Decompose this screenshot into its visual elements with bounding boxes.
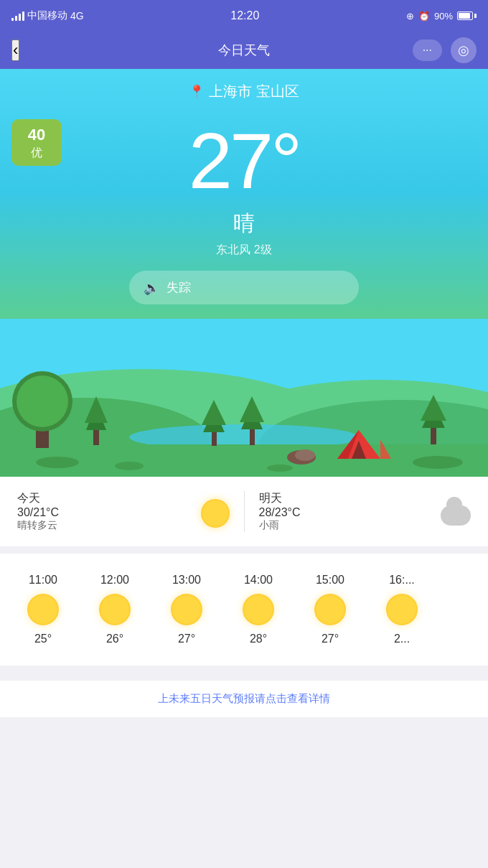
status-time: 12:20 — [230, 9, 259, 22]
nav-bar: ‹ 今日天气 ··· ◎ — [0, 32, 488, 69]
hourly-icon-6 — [386, 594, 418, 625]
location-bar: 📍 上海市 宝山区 — [0, 69, 488, 107]
hourly-icon-2 — [99, 594, 131, 625]
landscape-svg — [0, 319, 488, 477]
wind-description: 东北风 2级 — [0, 243, 488, 258]
status-left: 中国移动 4G — [11, 9, 84, 22]
svg-point-9 — [17, 375, 68, 427]
network-label: 4G — [70, 10, 84, 22]
tomorrow-forecast: 明天 28/23°C 小雨 — [259, 491, 471, 532]
hourly-temp-3: 27° — [178, 633, 195, 645]
hourly-time-5: 15:00 — [316, 574, 344, 587]
temperature-display: 27° — [0, 107, 488, 206]
speaker-icon: 🔈 — [144, 280, 159, 296]
svg-point-31 — [267, 465, 293, 472]
hourly-forecast[interactable]: 11:00 25° 12:00 26° 13:00 27° 14:00 28° … — [0, 554, 488, 666]
bottom-link-text[interactable]: 上未来五日天气预报请点击查看详情 — [158, 692, 330, 704]
hourly-temp-2: 26° — [106, 633, 123, 645]
list-item: 16:... 2... — [366, 568, 438, 651]
landscape-scene — [0, 319, 488, 477]
list-item: 11:00 25° — [7, 568, 79, 651]
today-condition: 晴转多云 — [17, 519, 59, 532]
today-label: 今天 — [17, 491, 59, 506]
today-weather-icon — [201, 499, 230, 528]
carrier-label: 中国移动 — [27, 9, 67, 22]
section-divider-1 — [0, 546, 488, 554]
section-divider-2 — [0, 666, 488, 673]
hourly-time-2: 12:00 — [100, 574, 129, 587]
location-text: 上海市 宝山区 — [209, 82, 299, 101]
list-item: 14:00 28° — [222, 568, 294, 651]
temperature-value: 27° — [0, 121, 488, 200]
list-item: 15:00 27° — [294, 568, 366, 651]
back-button[interactable]: ‹ — [11, 39, 19, 61]
hourly-temp-4: 28° — [250, 633, 267, 645]
hourly-icon-3 — [171, 594, 202, 625]
today-temp: 30/21°C — [17, 506, 59, 519]
lock-icon: ⊕ — [406, 11, 414, 22]
voice-banner[interactable]: 🔈 失踪 — [129, 271, 359, 304]
today-forecast: 今天 30/21°C 晴转多云 — [17, 491, 230, 532]
signal-icon — [11, 11, 24, 21]
battery-label: 90% — [434, 11, 453, 22]
list-item: 13:00 27° — [151, 568, 222, 651]
voice-text: 失踪 — [166, 279, 191, 296]
hourly-icon-5 — [314, 594, 346, 625]
hourly-time-3: 13:00 — [172, 574, 201, 587]
tomorrow-label: 明天 — [259, 491, 301, 506]
hourly-time-6: 16:... — [389, 574, 415, 587]
hourly-temp-5: 27° — [322, 633, 339, 645]
hourly-icon-1 — [27, 594, 59, 625]
svg-point-28 — [36, 457, 79, 468]
hourly-temp-6: 2... — [394, 633, 410, 645]
hourly-temp-1: 25° — [34, 633, 52, 645]
hourly-time-1: 11:00 — [29, 574, 57, 587]
status-right: ⊕ ⏰ 90% — [406, 11, 477, 22]
target-button[interactable]: ◎ — [451, 37, 477, 63]
tomorrow-weather-icon — [441, 505, 471, 526]
aqi-label: 优 — [22, 146, 52, 161]
tomorrow-temp: 28/23°C — [259, 506, 301, 519]
hourly-time-4: 14:00 — [244, 574, 273, 587]
hourly-icon-4 — [243, 594, 274, 625]
bottom-link[interactable]: 上未来五日天气预报请点击查看详情 — [0, 680, 488, 717]
aqi-badge: 40 优 — [11, 119, 62, 166]
hourly-scroll: 11:00 25° 12:00 26° 13:00 27° 14:00 28° … — [0, 568, 488, 651]
svg-point-23 — [295, 449, 315, 461]
alarm-icon: ⏰ — [418, 11, 430, 22]
forecast-divider — [244, 491, 245, 532]
weather-hero: 📍 上海市 宝山区 40 优 27° 晴 东北风 2级 🔈 失踪 — [0, 69, 488, 477]
list-item: 12:00 26° — [79, 568, 151, 651]
status-bar: 中国移动 4G 12:20 ⊕ ⏰ 90% — [0, 0, 488, 32]
daily-forecast: 今天 30/21°C 晴转多云 明天 28/23°C 小雨 — [0, 477, 488, 546]
menu-button[interactable]: ··· — [413, 39, 442, 61]
page-title: 今日天气 — [218, 42, 270, 59]
tomorrow-condition: 小雨 — [259, 519, 301, 532]
svg-point-29 — [115, 462, 144, 470]
location-pin-icon: 📍 — [189, 84, 205, 100]
weather-description: 晴 — [0, 209, 488, 238]
nav-right: ··· ◎ — [413, 37, 477, 63]
svg-point-30 — [413, 456, 463, 469]
battery-icon — [457, 11, 477, 20]
aqi-number: 40 — [22, 125, 52, 146]
